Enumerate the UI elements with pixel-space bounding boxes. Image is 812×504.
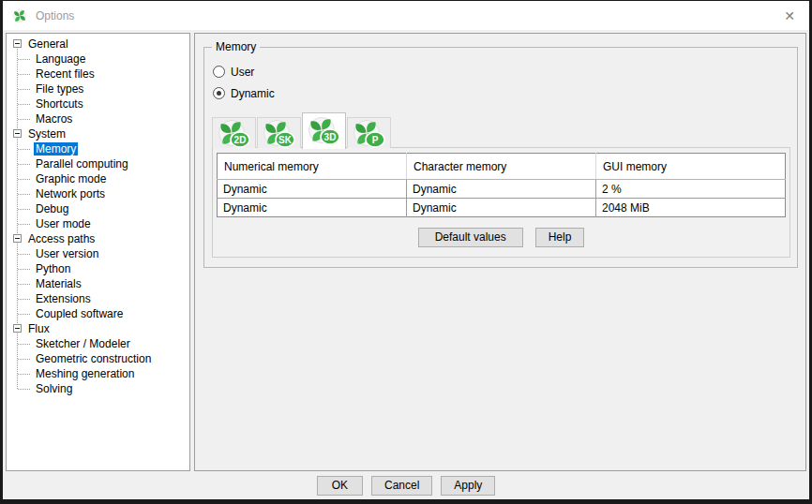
tree-item-recent-files[interactable]: Recent files [7, 67, 189, 82]
svg-text:P: P [371, 134, 378, 144]
flux-3d-icon: 3D [307, 114, 342, 147]
tree-item-extensions[interactable]: Extensions [7, 291, 189, 306]
tab-sk[interactable]: SK [257, 117, 301, 148]
memory-group-label: Memory [212, 40, 260, 53]
tab-3d[interactable]: 3D [302, 112, 346, 149]
tree-item-materials[interactable]: Materials [7, 276, 189, 291]
tree-item-graphic-mode[interactable]: Graphic mode [7, 171, 189, 186]
main-area: General Language Recent files File types… [3, 30, 809, 471]
radio-dynamic[interactable]: Dynamic [213, 82, 792, 104]
module-tabs: 2D SK [212, 111, 792, 148]
tab-2d[interactable]: 2D [212, 117, 256, 148]
tree-item-macros[interactable]: Macros [7, 111, 189, 126]
tree-item-python[interactable]: Python [7, 261, 189, 276]
app-flux-icon [12, 8, 27, 23]
apply-button[interactable]: Apply [441, 476, 495, 496]
col-numerical-memory: Numerical memory [218, 154, 407, 180]
collapse-icon[interactable] [13, 234, 22, 243]
category-tree-panel: General Language Recent files File types… [6, 33, 190, 471]
tree-item-language[interactable]: Language [7, 52, 189, 67]
radio-dynamic-circle[interactable] [213, 87, 225, 99]
default-values-button[interactable]: Default values [418, 228, 523, 247]
tree-item-flux[interactable]: Flux [7, 321, 189, 336]
tree-item-general[interactable]: General [7, 37, 189, 52]
options-window: Options ✕ General Language Recent files … [0, 0, 812, 504]
tree-item-debug[interactable]: Debug [7, 201, 189, 216]
tree-item-coupled-software[interactable]: Coupled software [7, 306, 189, 321]
svg-text:SK: SK [278, 134, 293, 144]
svg-text:3D: 3D [323, 132, 336, 142]
col-character-memory: Character memory [407, 154, 596, 180]
tree-item-shortcuts[interactable]: Shortcuts [7, 96, 189, 111]
cancel-button[interactable]: Cancel [371, 476, 432, 496]
title-bar[interactable]: Options ✕ [3, 1, 809, 30]
dialog-button-bar: OK Cancel Apply [3, 471, 809, 499]
help-button[interactable]: Help [535, 228, 585, 247]
tree-item-parallel-computing[interactable]: Parallel computing [7, 156, 189, 171]
tree-item-memory-selected[interactable]: Memory [7, 141, 189, 156]
memory-groupbox: Memory User Dynamic [203, 47, 798, 268]
collapse-icon[interactable] [13, 39, 22, 48]
cell-gui-row1[interactable]: 2 % [596, 180, 786, 199]
cell-gui-row2[interactable]: 2048 MiB [596, 199, 786, 217]
window-title: Options [36, 9, 74, 22]
tree-item-user-version[interactable]: User version [7, 246, 189, 261]
tree-item-file-types[interactable]: File types [7, 82, 189, 96]
tree-item-access-paths[interactable]: Access paths [7, 231, 189, 246]
settings-panel: Memory User Dynamic [194, 33, 806, 471]
window-frame: Options ✕ General Language Recent files … [3, 1, 809, 499]
memory-table: Numerical memory Character memory GUI me… [217, 153, 786, 217]
table-header-row: Numerical memory Character memory GUI me… [218, 154, 786, 180]
cell-character-row1[interactable]: Dynamic [407, 180, 596, 199]
close-icon[interactable]: ✕ [779, 8, 800, 23]
tree-item-sketcher-modeler[interactable]: Sketcher / Modeler [7, 336, 189, 351]
flux-sk-icon: SK [262, 117, 297, 150]
table-row: Dynamic Dynamic 2 % [218, 180, 786, 199]
col-gui-memory: GUI memory [596, 154, 786, 180]
collapse-icon[interactable] [13, 324, 22, 333]
category-tree: General Language Recent files File types… [7, 34, 189, 396]
tab-p[interactable]: P [347, 117, 391, 148]
flux-2d-icon: 2D [217, 117, 252, 150]
radio-user-circle[interactable] [213, 66, 225, 78]
cell-numerical-row2[interactable]: Dynamic [218, 199, 407, 217]
cell-numerical-row1[interactable]: Dynamic [218, 180, 407, 199]
tree-item-user-mode[interactable]: User mode [7, 216, 189, 231]
svg-text:2D: 2D [233, 134, 246, 144]
cell-character-row2[interactable]: Dynamic [407, 199, 596, 217]
radio-user[interactable]: User [213, 61, 792, 82]
tree-item-geometric-construction[interactable]: Geometric construction [7, 351, 189, 366]
flux-p-icon: P [352, 117, 387, 150]
pane-button-row: Default values Help [217, 228, 786, 247]
tree-item-meshing-generation[interactable]: Meshing generation [7, 366, 189, 381]
tree-item-solving[interactable]: Solving [7, 381, 189, 396]
memory-tab-pane: Numerical memory Character memory GUI me… [212, 147, 790, 258]
tree-item-system[interactable]: System [7, 126, 189, 141]
tree-item-network-ports[interactable]: Network ports [7, 186, 189, 201]
ok-button[interactable]: OK [317, 476, 363, 496]
table-row: Dynamic Dynamic 2048 MiB [218, 199, 786, 217]
collapse-icon[interactable] [13, 129, 22, 138]
